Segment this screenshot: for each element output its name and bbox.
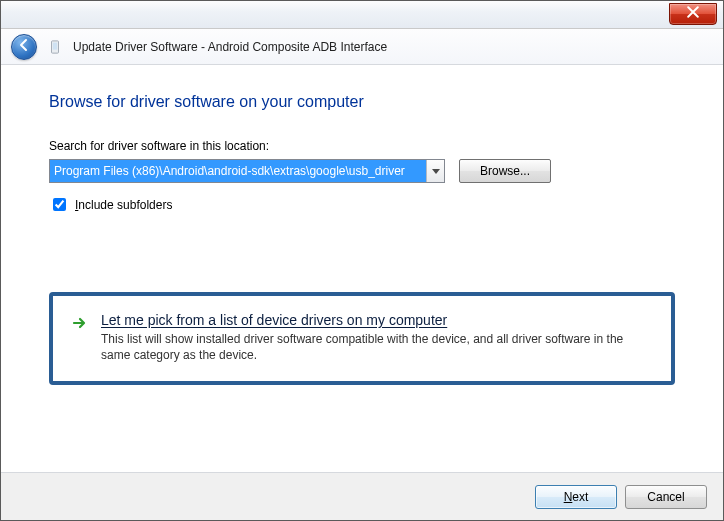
wizard-title: Update Driver Software - Android Composi… xyxy=(73,40,387,54)
search-location-label: Search for driver software in this locat… xyxy=(49,139,675,153)
arrow-left-icon xyxy=(17,38,31,55)
option-description: This list will show installed driver sof… xyxy=(101,331,653,363)
page-heading: Browse for driver software on your compu… xyxy=(49,93,675,111)
wizard-footer: Next Cancel xyxy=(1,472,723,520)
wizard-content: Browse for driver software on your compu… xyxy=(1,65,723,472)
include-subfolders-row[interactable]: Include subfolders xyxy=(49,195,675,214)
include-subfolders-label: Include subfolders xyxy=(75,198,172,212)
cancel-button[interactable]: Cancel xyxy=(625,485,707,509)
device-icon xyxy=(47,39,63,55)
path-combobox[interactable] xyxy=(49,159,445,183)
titlebar xyxy=(1,1,723,29)
close-icon xyxy=(687,6,699,21)
svg-rect-1 xyxy=(53,42,57,49)
chevron-down-icon xyxy=(432,164,440,178)
wizard-header: Update Driver Software - Android Composi… xyxy=(1,29,723,65)
path-input[interactable] xyxy=(50,160,426,182)
arrow-right-icon xyxy=(71,314,89,332)
option-title: Let me pick from a list of device driver… xyxy=(101,312,653,328)
back-button[interactable] xyxy=(11,34,37,60)
combo-dropdown-button[interactable] xyxy=(426,160,444,182)
close-button[interactable] xyxy=(669,3,717,25)
next-button[interactable]: Next xyxy=(535,485,617,509)
include-subfolders-checkbox[interactable] xyxy=(53,198,66,211)
driver-wizard-window: Update Driver Software - Android Composi… xyxy=(0,0,724,521)
browse-button[interactable]: Browse... xyxy=(459,159,551,183)
pick-from-list-option[interactable]: Let me pick from a list of device driver… xyxy=(49,292,675,385)
